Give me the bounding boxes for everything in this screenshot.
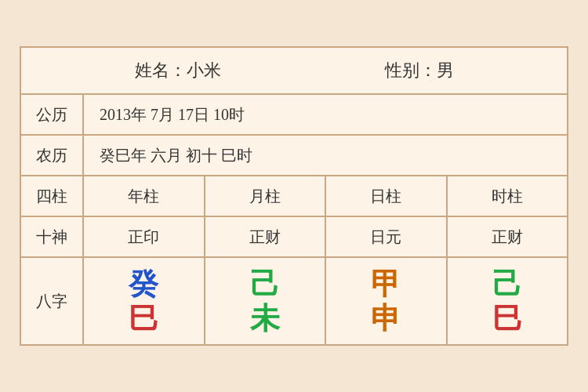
sizhu-label: 四柱 <box>21 176 84 216</box>
shishen-col-0: 正印 <box>84 217 205 256</box>
sizhu-cells: 年柱 月柱 日柱 时柱 <box>84 176 567 216</box>
calendar-label: 公历 <box>21 95 84 134</box>
main-container: 姓名：小米 性别：男 公历 2013年 7月 17日 10时 农历 癸巳年 六月… <box>20 46 568 346</box>
calendar-row: 公历 2013年 7月 17日 10时 <box>21 95 567 136</box>
bazhi-cells: 癸 巳 己 未 甲 申 己 巳 <box>84 258 567 344</box>
lunar-label: 农历 <box>21 136 84 175</box>
calendar-value: 2013年 7月 17日 10时 <box>84 95 567 134</box>
shishen-row: 十神 正印 正财 日元 正财 <box>21 217 567 258</box>
bazhi-row: 八字 癸 巳 己 未 甲 申 己 巳 <box>21 258 567 344</box>
bazhi-bottom-0: 巳 <box>129 303 158 333</box>
sizhu-row: 四柱 年柱 月柱 日柱 时柱 <box>21 176 567 217</box>
sizhu-col-2: 日柱 <box>326 176 448 216</box>
bazhi-top-2: 甲 <box>371 269 401 299</box>
sizhu-col-3: 时柱 <box>448 176 568 216</box>
bazhi-col-0: 癸 巳 <box>84 258 205 344</box>
lunar-row: 农历 癸巳年 六月 初十 巳时 <box>21 136 567 176</box>
bazhi-bottom-2: 申 <box>371 303 401 333</box>
name-label: 姓名：小米 <box>135 59 221 82</box>
gender-label: 性别：男 <box>385 59 454 82</box>
bazhi-col-2: 甲 申 <box>326 258 448 344</box>
bazhi-label: 八字 <box>21 258 84 344</box>
bazhi-col-1: 己 未 <box>205 258 327 344</box>
sizhu-col-0: 年柱 <box>84 176 205 216</box>
bazhi-top-3: 己 <box>492 269 522 299</box>
bazhi-top-0: 癸 <box>129 269 158 299</box>
header-row: 姓名：小米 性别：男 <box>21 48 567 95</box>
shishen-col-1: 正财 <box>205 217 327 256</box>
lunar-value: 癸巳年 六月 初十 巳时 <box>84 136 567 175</box>
bazhi-bottom-1: 未 <box>250 303 280 333</box>
bazhi-top-1: 己 <box>250 269 280 299</box>
bazhi-bottom-3: 巳 <box>492 303 522 333</box>
sizhu-col-1: 月柱 <box>205 176 327 216</box>
bazhi-col-3: 己 巳 <box>448 258 568 344</box>
shishen-cells: 正印 正财 日元 正财 <box>84 217 567 256</box>
shishen-col-3: 正财 <box>448 217 568 256</box>
shishen-col-2: 日元 <box>326 217 448 256</box>
shishen-label: 十神 <box>21 217 84 256</box>
